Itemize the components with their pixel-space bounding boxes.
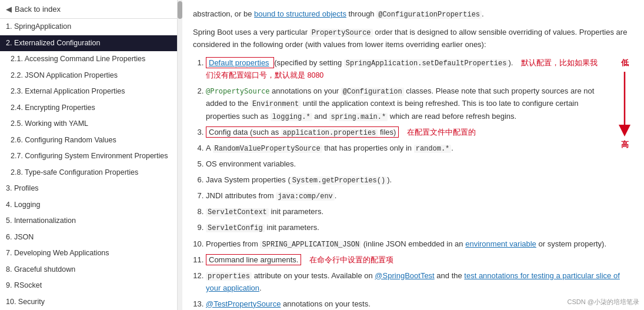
sidebar-item-s23[interactable]: 2.3. External Application Properties: [0, 84, 177, 100]
sidebar-item-s6[interactable]: 6. JSON: [0, 229, 177, 246]
note-cmd: 在命令行中设置的配置项: [309, 256, 393, 264]
sidebar-item-s27[interactable]: 2.7. Configuring System Environment Prop…: [0, 148, 177, 165]
config-data-highlight: Config data (such as application.propert…: [206, 126, 399, 138]
sidebar-item-s22[interactable]: 2.2. JSON Application Properties: [0, 68, 177, 84]
list-item-10: Properties from SPRING_APPLICATION_JSON …: [206, 238, 633, 251]
configuration-code: @Configuration: [341, 88, 404, 96]
java-comp-env-code: java:comp/env: [276, 192, 335, 201]
sidebar-item-s24[interactable]: 2.4. Encrypting Properties: [0, 100, 177, 116]
list-item-4: A RandomValuePropertySource that has pro…: [206, 142, 633, 155]
sidebar-item-s4[interactable]: 4. Logging: [0, 197, 177, 214]
para1: Spring Boot uses a very particular Prope…: [193, 26, 633, 51]
random-value-source-code: RandomValuePropertySource: [213, 145, 322, 153]
list-item-6: Java System properties (System.getProper…: [206, 174, 633, 186]
priority-low-label: 低: [621, 57, 629, 69]
sidebar-item-s2[interactable]: 2. Externalized Configuration: [0, 35, 177, 52]
sidebar-nav: 1. SpringApplication2. Externalized Conf…: [0, 19, 177, 310]
scrollbar-thumb[interactable]: [178, 1, 182, 19]
sidebar-item-s5[interactable]: 5. Internationalization: [0, 213, 177, 229]
test-property-source-link[interactable]: @TestPropertySource: [206, 299, 281, 308]
propertysource-code: PropertySource: [310, 29, 373, 37]
sidebar: ◀ Back to index 1. SpringApplication2. E…: [0, 0, 178, 310]
priority-indicator: 低 高: [616, 57, 633, 151]
list-item-9: ServletConfig init parameters.: [206, 222, 633, 234]
logging-code: logging.*: [271, 113, 312, 121]
environment-code: Environment: [251, 100, 301, 108]
app-properties-code: application.properties: [281, 129, 378, 137]
spring-main-code: spring.main.*: [329, 113, 388, 121]
properties-attr-code: properties: [206, 272, 252, 281]
scrollbar-track[interactable]: [178, 0, 182, 310]
intro-paragraph: abstraction, or be bound to structured o…: [193, 8, 633, 21]
list-item-2: @PropertySource annotations on your @Con…: [206, 85, 633, 123]
intro-text3: .: [482, 9, 484, 18]
back-arrow-icon: ◀: [6, 5, 12, 14]
property-source-annotation: @PropertySource: [206, 87, 269, 95]
list-item-1: Default properties (specified by setting…: [206, 57, 633, 82]
intro-text2: through: [346, 9, 376, 18]
list-item-11: Command line arguments. 在命令行中设置的配置项: [206, 254, 633, 266]
intro-text1: abstraction, or be: [193, 9, 254, 18]
note-config-file: 在配置文件中配置的: [407, 128, 476, 136]
config-props-code: @ConfigurationProperties: [376, 11, 482, 19]
sidebar-item-s1[interactable]: 1. SpringApplication: [0, 19, 177, 35]
list-item-7: JNDI attributes from java:comp/env.: [206, 190, 633, 202]
servlet-config-code: ServletConfig: [206, 224, 265, 232]
sidebar-item-s9[interactable]: 9. RSocket: [0, 278, 177, 294]
default-props-highlight: Default properties: [206, 57, 274, 68]
env-var-link[interactable]: environment variable: [465, 239, 536, 248]
list-item-12: properties attribute on your tests. Avai…: [206, 270, 633, 295]
sidebar-item-s21[interactable]: 2.1. Accessing Command Line Properties: [0, 51, 177, 68]
list-item-5: OS environment variables.: [206, 158, 633, 171]
servlet-context-code: ServletContext: [206, 208, 269, 216]
arrow-down-svg: [616, 72, 633, 136]
property-source-list: Default properties (specified by setting…: [193, 57, 633, 310]
spring-boot-test-link[interactable]: @SpringBootTest: [375, 271, 434, 280]
back-label: Back to index: [15, 5, 61, 14]
random-code: random.*: [414, 145, 452, 153]
sidebar-item-s28[interactable]: 2.8. Type-safe Configuration Properties: [0, 165, 177, 181]
cmd-args-highlight: Command line arguments.: [206, 254, 301, 265]
watermark: CSDN @小柒的培培笔录: [568, 298, 639, 306]
back-to-index[interactable]: ◀ Back to index: [0, 0, 177, 19]
sidebar-item-s26[interactable]: 2.6. Configuring Random Values: [0, 132, 177, 149]
list-item-8: ServletContext init parameters.: [206, 206, 633, 218]
get-properties-code: System.getProperties(): [291, 176, 387, 185]
sidebar-item-s10[interactable]: 10. Security: [0, 294, 177, 311]
list-item-3: Config data (such as application.propert…: [206, 126, 633, 139]
default-props-link[interactable]: Default properties: [209, 58, 269, 67]
bound-to-structured-link[interactable]: bound to structured objects: [254, 9, 346, 18]
priority-high-label: 高: [621, 139, 629, 151]
sidebar-item-s7[interactable]: 7. Developing Web Applications: [0, 245, 177, 262]
set-default-props-code: SpringApplication.setDefaultProperties: [344, 59, 509, 68]
sidebar-item-s25[interactable]: 2.5. Working with YAML: [0, 116, 177, 132]
spring-app-json-code: SPRING_APPLICATION_JSON: [260, 241, 361, 249]
main-content: abstraction, or be bound to structured o…: [182, 0, 644, 310]
sidebar-item-s3[interactable]: 3. Profiles: [0, 181, 177, 197]
sidebar-item-s8[interactable]: 8. Graceful shutdown: [0, 262, 177, 278]
priority-arrow: [616, 72, 633, 136]
